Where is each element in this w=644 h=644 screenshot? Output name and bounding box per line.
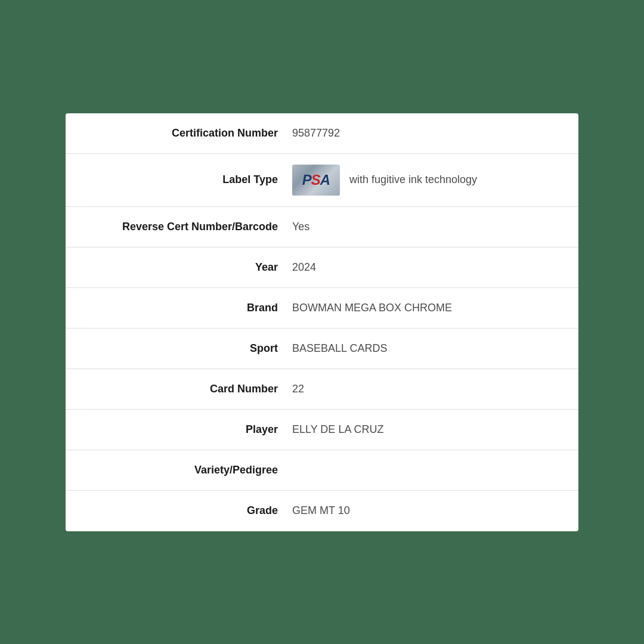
label-grade: Grade [89, 504, 292, 517]
row-year: Year2024 [66, 247, 578, 288]
row-label-type: Label TypePSAwith fugitive ink technolog… [66, 154, 578, 207]
label-type-container: PSAwith fugitive ink technology [292, 165, 477, 196]
row-grade: GradeGEM MT 10 [66, 491, 578, 531]
value-reverse-cert: Yes [292, 221, 555, 233]
row-reverse-cert: Reverse Cert Number/BarcodeYes [66, 207, 578, 247]
value-player: ELLY DE LA CRUZ [292, 423, 555, 436]
label-card-number: Card Number [89, 383, 292, 395]
value-label-type: with fugitive ink technology [349, 174, 477, 186]
row-certification-number: Certification Number95877792 [66, 113, 578, 154]
value-grade: GEM MT 10 [292, 504, 555, 517]
row-sport: SportBASEBALL CARDS [66, 329, 578, 369]
psa-badge: PSA [292, 165, 340, 196]
value-certification-number: 95877792 [292, 127, 555, 140]
row-card-number: Card Number22 [66, 369, 578, 410]
label-year: Year [89, 261, 292, 274]
label-certification-number: Certification Number [89, 127, 292, 140]
value-brand: BOWMAN MEGA BOX CHROME [292, 302, 555, 314]
value-card-number: 22 [292, 383, 555, 395]
certification-card: Certification Number95877792Label TypePS… [66, 113, 578, 531]
label-brand: Brand [89, 302, 292, 314]
row-brand: BrandBOWMAN MEGA BOX CHROME [66, 288, 578, 329]
row-player: PlayerELLY DE LA CRUZ [66, 410, 578, 450]
label-variety-pedigree: Variety/Pedigree [89, 464, 292, 476]
row-variety-pedigree: Variety/Pedigree [66, 450, 578, 491]
value-year: 2024 [292, 261, 555, 274]
label-sport: Sport [89, 342, 292, 355]
value-sport: BASEBALL CARDS [292, 342, 555, 355]
label-label-type: Label Type [89, 174, 292, 186]
psa-logo-text: PSA [302, 172, 330, 188]
label-reverse-cert: Reverse Cert Number/Barcode [89, 221, 292, 233]
label-player: Player [89, 423, 292, 436]
